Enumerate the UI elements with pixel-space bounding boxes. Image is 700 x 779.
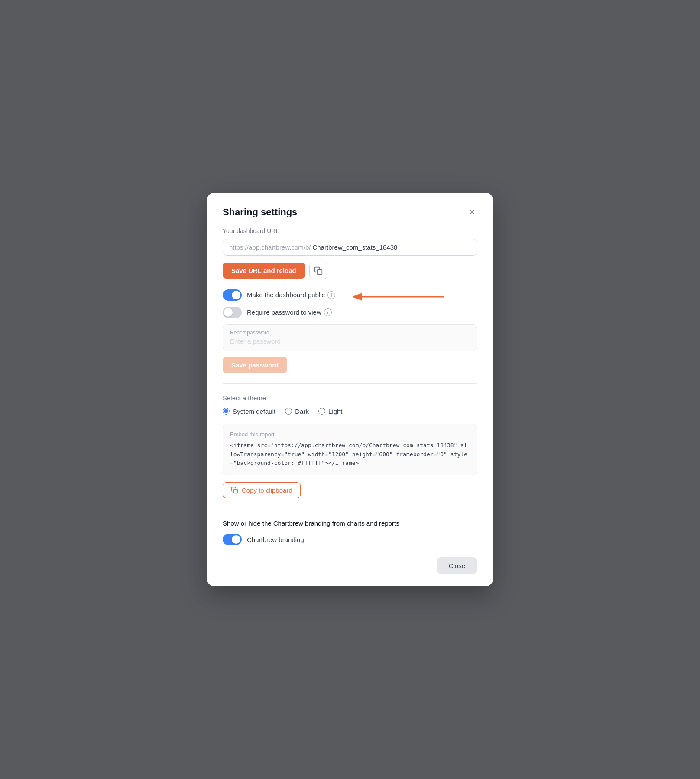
close-button[interactable]: Close xyxy=(437,557,477,574)
embed-box: Embed this report <iframe src="https://a… xyxy=(223,424,477,475)
embed-label: Embed this report xyxy=(230,431,470,438)
url-section-label: Your dashboard URL xyxy=(223,227,477,234)
public-toggle-slider xyxy=(223,289,242,301)
theme-section-label: Select a theme xyxy=(223,394,477,402)
password-toggle-row: Require password to view i xyxy=(223,307,477,318)
password-field-label: Report password xyxy=(230,330,470,336)
theme-system-default[interactable]: System default xyxy=(223,408,275,415)
password-input[interactable] xyxy=(230,338,470,345)
footer-row: Close xyxy=(223,557,477,574)
public-toggle-label: Make the dashboard public i xyxy=(247,291,335,299)
modal-backdrop: Sharing settings × Your dashboard URL ht… xyxy=(0,0,700,779)
theme-radio-light[interactable] xyxy=(318,408,325,415)
modal-header: Sharing settings × xyxy=(223,207,477,218)
clipboard-icon xyxy=(314,266,323,275)
arrow-annotation xyxy=(353,286,448,308)
branding-toggle-row: Chartbrew branding xyxy=(223,534,477,545)
theme-system-label: System default xyxy=(233,408,275,415)
save-url-button[interactable]: Save URL and reload xyxy=(223,263,305,279)
copy-url-icon-button[interactable] xyxy=(309,263,327,279)
branding-toggle-slider xyxy=(223,534,242,545)
branding-section-label: Show or hide the Chartbrew branding from… xyxy=(223,519,477,527)
branding-toggle[interactable] xyxy=(223,534,242,545)
save-password-button[interactable]: Save password xyxy=(223,357,287,373)
svg-rect-0 xyxy=(317,269,322,274)
copy-icon xyxy=(231,487,238,494)
theme-light-label: Light xyxy=(328,408,343,415)
public-toggle[interactable] xyxy=(223,289,242,301)
save-password-row: Save password xyxy=(223,357,477,373)
password-toggle[interactable] xyxy=(223,307,242,318)
theme-radio-system[interactable] xyxy=(223,408,230,415)
modal-title: Sharing settings xyxy=(223,207,297,218)
embed-code: <iframe src="https://app.chartbrew.com/b… xyxy=(230,441,470,468)
url-input-row: https://app.chartbrew.com/b/ xyxy=(223,239,477,256)
theme-radio-group: System default Dark Light xyxy=(223,408,477,415)
theme-dark[interactable]: Dark xyxy=(285,408,309,415)
save-url-row: Save URL and reload xyxy=(223,263,477,279)
password-info-icon[interactable]: i xyxy=(324,308,332,316)
password-toggle-slider xyxy=(223,307,242,318)
close-icon-button[interactable]: × xyxy=(467,207,477,217)
password-toggle-label: Require password to view i xyxy=(247,308,332,316)
url-slug-input[interactable] xyxy=(312,243,471,251)
public-toggle-row: Make the dashboard public i xyxy=(223,289,477,301)
svg-rect-3 xyxy=(233,490,237,493)
public-info-icon[interactable]: i xyxy=(327,291,335,299)
theme-radio-dark[interactable] xyxy=(285,408,292,415)
branding-toggle-label: Chartbrew branding xyxy=(247,536,304,543)
theme-dark-label: Dark xyxy=(295,408,309,415)
sharing-settings-modal: Sharing settings × Your dashboard URL ht… xyxy=(207,193,493,586)
theme-light[interactable]: Light xyxy=(318,408,343,415)
divider-2 xyxy=(223,509,477,509)
copy-clipboard-button[interactable]: Copy to clipboard xyxy=(223,482,301,498)
url-prefix: https://app.chartbrew.com/b/ xyxy=(229,243,311,251)
divider-1 xyxy=(223,383,477,384)
password-input-box: Report password xyxy=(223,324,477,351)
